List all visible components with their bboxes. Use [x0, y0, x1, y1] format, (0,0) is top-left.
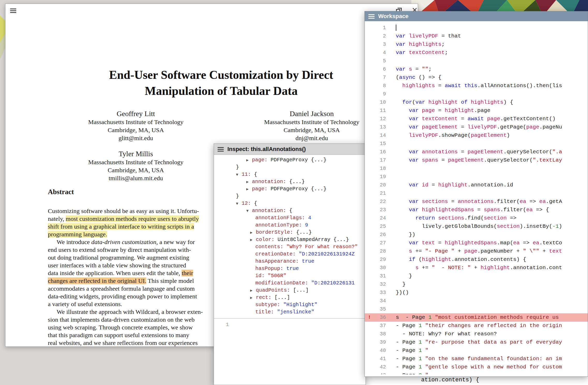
line-number: 15 [365, 140, 386, 148]
code-line[interactable]: 17 var spans = pageElement.querySelector… [365, 156, 588, 164]
code-line[interactable]: 1 [365, 24, 588, 32]
code-line[interactable]: 20 var id = highlight.annotation.id [365, 181, 588, 189]
code-text: - Page 1 "their changes are reflected in… [386, 322, 588, 330]
code-line[interactable]: 22 var sections = annotations.filter(ea … [365, 198, 588, 206]
code-text [386, 90, 588, 98]
code-line[interactable]: 30 s += " - NOTE: " + highlight.annotati… [365, 264, 588, 272]
code-line[interactable]: 40- Page 1 " [365, 346, 588, 355]
code-line[interactable]: !36s - Page 1 "most customization method… [365, 313, 588, 322]
code-line[interactable]: 38 - NOTE: Why? For what reason? [365, 330, 588, 338]
inspector-line: subtype: "Highlight" [214, 301, 366, 308]
code-text [386, 164, 588, 173]
line-number: 27 [365, 239, 386, 247]
line-number: 18 [365, 164, 386, 173]
code-line[interactable]: 5 [365, 57, 588, 65]
code-text: - NOTE: Why? For what reason? [386, 330, 588, 338]
author-affiliation: Massachusetts Institute of Technology [48, 118, 224, 126]
workspace-titlebar[interactable]: Workspace [365, 11, 588, 21]
code-line[interactable]: 15 [365, 140, 588, 148]
code-line[interactable]: 42- Page 1 "gentle slope with a new meth… [365, 363, 588, 371]
code-line[interactable]: 27 var text = highlightedSpans.map(ea =>… [365, 239, 588, 247]
expand-arrow-icon[interactable]: ▶ [250, 295, 256, 301]
code-line[interactable]: 25 lively.getGlobalBounds(section).inset… [365, 222, 588, 231]
code-line[interactable]: 43- Page 2 " [365, 371, 588, 374]
code-line[interactable]: 13 var pageElement = livelyPDF.getPage(p… [365, 123, 588, 131]
collapse-arrow-icon[interactable]: ▼ [246, 208, 252, 214]
code-line[interactable]: 31 } [365, 272, 588, 280]
inspector-editor[interactable]: 1 [214, 318, 366, 385]
code-line[interactable]: 37- Page 1 "their changes are reflected … [365, 322, 588, 330]
collapse-arrow-icon[interactable]: ▼ [236, 171, 242, 178]
collapse-arrow-icon[interactable]: ▼ [236, 200, 242, 207]
code-text: var livelyPDF = that [386, 32, 588, 40]
code-line[interactable]: 12 var textContent = await page.getTextC… [365, 115, 588, 123]
code-line[interactable]: 16 var annotations = pageElement.querySe… [365, 148, 588, 156]
expand-arrow-icon[interactable]: ▶ [250, 287, 256, 294]
code-text: highlights = await this.allAnnotations()… [386, 82, 588, 90]
code-text: var sections = annotations.filter(ea => … [386, 198, 588, 206]
highlight-span: shift from using a graphical interface t… [48, 223, 194, 230]
code-text: s += " - NOTE: " + highlight.annotation.… [386, 264, 588, 272]
line-number: !36 [365, 313, 386, 322]
inspector-line: ▶rect: [...] [214, 294, 366, 301]
expand-arrow-icon[interactable]: ▶ [246, 179, 252, 185]
inspect-titlebar[interactable]: Inspect: this.allAnnotations() [214, 144, 366, 155]
code-line[interactable]: 10 for(var highlight of highlights) { [365, 98, 588, 107]
code-line[interactable]: 3var highlights; [365, 40, 588, 49]
code-line[interactable]: 4var textContent; [365, 49, 588, 57]
code-line[interactable]: 2var livelyPDF = that [365, 32, 588, 40]
author-block: Tyler Millis Massachusetts Institute of … [48, 149, 224, 182]
line-number: 20 [365, 181, 386, 189]
menu-icon[interactable] [368, 14, 375, 19]
expand-arrow-icon[interactable]: ▶ [246, 157, 252, 164]
code-line[interactable]: 19 [365, 173, 588, 181]
code-line[interactable]: 29 if (highlight.annotation.contents) { [365, 255, 588, 264]
code-line[interactable]: 8 highlights = await this.allAnnotations… [365, 82, 588, 90]
inspector-line: ▼annotation: { [214, 207, 366, 214]
code-line[interactable]: 23 var highlightedSpans = spans.filter(e… [365, 206, 588, 214]
menu-icon[interactable] [10, 9, 16, 13]
background-window-fragment: ation.contents) { [364, 377, 588, 385]
code-line[interactable]: 21 [365, 189, 588, 198]
code-line[interactable]: 41- Page 1 "on the same fundamental foun… [365, 355, 588, 363]
inspector-tree[interactable]: ▶page: PDFPageProxy {...}}▼11: {▶annotat… [214, 155, 366, 316]
code-line[interactable]: 24 return sections.find(section => [365, 214, 588, 222]
code-line[interactable]: 18 [365, 164, 588, 173]
code-line[interactable]: 28 s += "- Page " + page.pageNumber + " … [365, 247, 588, 255]
code-line[interactable]: 32 } [365, 280, 588, 289]
abstract-line: real websites, and we share reflections … [48, 339, 220, 347]
code-line[interactable]: 14 livelyPDF.showPage(pageElement) [365, 131, 588, 140]
expand-arrow-icon[interactable]: ▶ [250, 237, 256, 243]
workspace-code[interactable]: 12var livelyPDF = that3var highlights;4v… [365, 21, 588, 374]
code-line[interactable]: 7(async () => { [365, 73, 588, 82]
code-line[interactable]: 35 [365, 305, 588, 313]
code-line[interactable]: 39- Page 1 "re- purpose that data as par… [365, 338, 588, 346]
expand-arrow-icon[interactable]: ▶ [246, 186, 252, 193]
code-line[interactable]: 26 }) [365, 231, 588, 239]
line-number: 32 [365, 280, 386, 289]
text-span: real websites, and we share reflections … [48, 339, 198, 346]
code-line[interactable]: 11 var page = highlight.page [365, 107, 588, 115]
line-number: 7 [365, 73, 386, 82]
expand-arrow-icon[interactable]: ▶ [250, 229, 256, 236]
code-line[interactable]: 9 [365, 90, 588, 98]
text-span: We introduce [57, 239, 91, 245]
menu-icon[interactable] [218, 147, 224, 152]
line-number: 13 [365, 123, 386, 131]
code-text: if (highlight.annotation.contents) { [386, 255, 588, 264]
line-number: 25 [365, 222, 386, 231]
abstract-line: using web scraping. Through concrete exa… [48, 323, 220, 331]
code-line[interactable]: 34 [365, 297, 588, 305]
code-text: var textContent = await page.getTextCont… [386, 115, 588, 123]
code-line[interactable]: 33})() [365, 289, 588, 297]
abstract-text: Customizing software should be as easy a… [48, 207, 220, 347]
line-number: 1 [226, 322, 229, 328]
line-number: 42 [365, 363, 386, 371]
text-span: This simple model [146, 277, 194, 284]
author-name: Tyler Millis [48, 149, 224, 158]
line-number: 24 [365, 214, 386, 222]
abstract-line: We introduce data-driven customization, … [48, 238, 220, 246]
code-line[interactable]: 6var s = ""; [365, 65, 588, 73]
abstract-line: data-editing widgets, providing enough p… [48, 292, 220, 300]
abstract-line: end users to extend software by direct m… [48, 246, 220, 254]
